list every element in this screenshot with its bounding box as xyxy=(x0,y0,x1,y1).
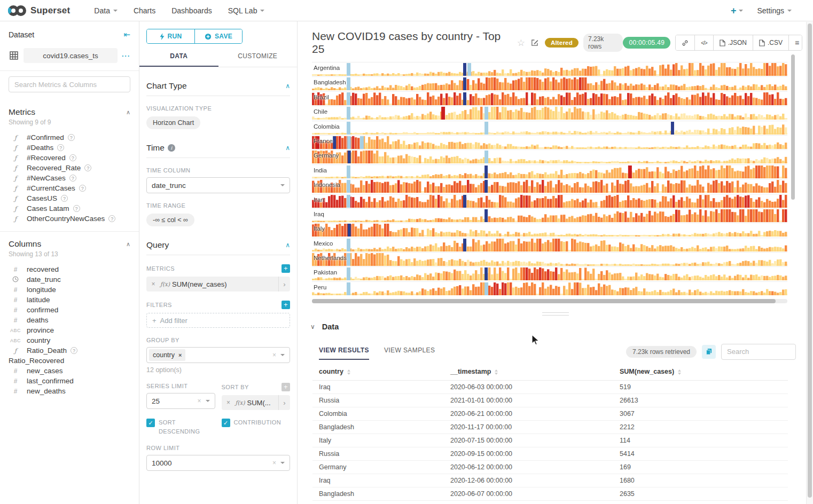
series-limit-select[interactable]: 25 × xyxy=(146,393,215,409)
horizon-row[interactable]: Italy xyxy=(312,223,787,237)
column-item[interactable]: #latitude xyxy=(9,295,130,305)
metric-item[interactable]: ƒCases Latam? xyxy=(9,203,130,214)
export-json-button[interactable]: .JSON xyxy=(713,35,753,50)
dataset-name[interactable]: covid19.cases_ts xyxy=(24,48,118,63)
column-item[interactable]: #confirmed xyxy=(9,305,130,315)
table-column-header[interactable]: __timestamp xyxy=(444,363,613,381)
table-row[interactable]: Bangladesh2020-11-17 00:00:002212 xyxy=(312,420,788,434)
chart-menu-button[interactable]: ≡ xyxy=(788,35,802,50)
save-button[interactable]: SAVE xyxy=(194,29,242,43)
sort-icon[interactable] xyxy=(347,369,350,375)
add-filter-dropzone[interactable]: + Add filter xyxy=(146,313,290,328)
horizon-row[interactable]: Peru xyxy=(312,281,787,295)
horizon-row[interactable]: Bangladesh xyxy=(312,76,787,90)
contribution-checkbox[interactable]: ✓ CONTRIBUTION xyxy=(222,418,291,436)
favorite-star-icon[interactable]: ☆ xyxy=(517,37,525,49)
export-csv-button[interactable]: .CSV xyxy=(753,35,788,50)
metric-pill[interactable]: × ƒ(x) SUM(new_cases) › xyxy=(146,277,290,292)
column-item[interactable]: #longitude xyxy=(9,285,130,295)
settings-dropdown[interactable]: Settings xyxy=(757,6,792,15)
time-column-select[interactable]: date_trunc xyxy=(146,177,290,193)
table-row[interactable]: Russia2020-09-15 00:00:005414 xyxy=(312,447,788,460)
horizon-row[interactable]: Brazil xyxy=(312,91,787,105)
group-by-select[interactable]: country × × xyxy=(146,347,290,363)
tab-customize[interactable]: CUSTOMIZE xyxy=(218,52,298,67)
table-row[interactable]: Iraq2020-06-03 00:00:00519 xyxy=(312,380,788,393)
horizon-row[interactable]: Chile xyxy=(312,106,787,120)
chevron-up-icon[interactable]: ∧ xyxy=(126,109,130,116)
dataset-more-icon[interactable]: ··· xyxy=(122,52,130,60)
chevron-up-icon[interactable]: ∧ xyxy=(285,241,290,249)
column-item[interactable]: #new_cases xyxy=(9,366,130,376)
horizon-row[interactable]: Pakistan xyxy=(312,266,787,280)
column-item[interactable]: #deaths xyxy=(9,315,130,325)
tab-view-samples[interactable]: VIEW SAMPLES xyxy=(384,346,435,360)
horizon-row[interactable]: Iraq xyxy=(312,208,787,222)
add-sort-by-button[interactable]: + xyxy=(282,383,290,391)
expand-metric-icon[interactable]: › xyxy=(278,277,290,292)
column-item[interactable]: #last_confirmed xyxy=(9,376,130,386)
horizon-row[interactable]: France xyxy=(312,135,787,149)
table-row[interactable]: Iraq2020-12-06 00:00:001680 xyxy=(312,474,788,487)
visualization-type-value[interactable]: Horizon Chart xyxy=(146,116,200,129)
results-search-input[interactable] xyxy=(721,344,796,360)
row-limit-select[interactable]: 10000 × xyxy=(146,455,290,471)
nav-item-dashboards[interactable]: Dashboards xyxy=(163,0,220,21)
sort-icon[interactable] xyxy=(678,369,681,375)
table-row[interactable]: Germany2020-06-12 00:00:00169 xyxy=(312,460,788,474)
edit-properties-icon[interactable] xyxy=(531,39,538,46)
table-column-header[interactable]: SUM(new_cases) xyxy=(613,363,788,381)
horizon-row[interactable]: India xyxy=(312,164,787,178)
column-item[interactable]: ƒRatio_Death? xyxy=(9,345,130,356)
clear-icon[interactable]: × xyxy=(272,351,276,359)
nav-item-charts[interactable]: Charts xyxy=(126,0,163,21)
table-row[interactable]: Italy2020-07-15 00:00:00114 xyxy=(312,434,788,447)
chevron-up-icon[interactable]: ∧ xyxy=(285,82,290,90)
metric-item[interactable]: ƒ#NewCases? xyxy=(9,173,130,183)
copy-data-button[interactable] xyxy=(702,345,716,359)
add-filter-button[interactable]: + xyxy=(282,301,290,309)
horizon-row[interactable]: Indonesia xyxy=(312,179,787,193)
metric-item[interactable]: ƒ#Confirmed? xyxy=(9,132,130,143)
column-item[interactable]: Ratio_Recovered xyxy=(9,356,130,366)
table-column-header[interactable]: country xyxy=(312,363,444,381)
remove-sort-icon[interactable]: × xyxy=(222,399,236,406)
metric-item[interactable]: ƒRecovered_Rate? xyxy=(9,163,130,173)
metric-item[interactable]: ƒ#CurrentCases? xyxy=(9,183,130,193)
expand-sort-icon[interactable]: › xyxy=(278,395,290,410)
column-item[interactable]: #new_deaths xyxy=(9,386,130,396)
chart-vertical-scrollbar[interactable] xyxy=(791,54,795,200)
horizon-row[interactable]: Argentina xyxy=(312,62,787,76)
sort-descending-checkbox[interactable]: ✓ SORT DESCENDING xyxy=(146,418,215,436)
table-row[interactable]: Italy2020-04-02 00:00:004668 xyxy=(312,500,788,504)
horizon-row[interactable]: Mexico xyxy=(312,238,787,251)
embed-code-button[interactable]: </> xyxy=(694,35,713,50)
clear-icon[interactable]: × xyxy=(272,459,276,467)
table-row[interactable]: Bangladesh2020-06-07 00:00:002635 xyxy=(312,487,788,500)
altered-badge[interactable]: Altered xyxy=(545,38,579,48)
column-item[interactable]: date_trunc xyxy=(9,274,130,285)
results-resize-handle[interactable] xyxy=(542,312,569,316)
nav-item-sql-lab[interactable]: SQL Lab xyxy=(220,0,273,21)
table-row[interactable]: Colombia2020-06-21 00:00:003067 xyxy=(312,407,788,420)
add-metric-button[interactable]: + xyxy=(282,264,290,273)
time-range-value[interactable]: -∞ ≤ col < ∞ xyxy=(146,214,194,226)
sort-icon[interactable] xyxy=(495,369,498,375)
collapse-panel-icon[interactable]: ⇤ xyxy=(123,30,130,40)
horizon-row[interactable]: Colombia xyxy=(312,121,787,135)
column-item[interactable]: #recovered xyxy=(9,264,130,274)
metric-item[interactable]: ƒOtherCountryNewCases? xyxy=(9,214,130,224)
horizon-row[interactable]: Netherlands xyxy=(312,252,787,266)
clear-icon[interactable]: × xyxy=(197,397,201,405)
column-item[interactable]: ABCprovince xyxy=(9,325,130,335)
remove-tag-icon[interactable]: × xyxy=(178,352,182,358)
metric-item[interactable]: ƒ#Deaths? xyxy=(9,143,130,153)
chart-horizontal-scrollbar-thumb[interactable] xyxy=(312,299,776,303)
column-item[interactable]: ABCcountry xyxy=(9,335,130,345)
tab-data[interactable]: DATA xyxy=(139,52,218,67)
tab-view-results[interactable]: VIEW RESULTS xyxy=(319,346,369,360)
chevron-up-icon[interactable]: ∧ xyxy=(126,241,130,248)
remove-metric-icon[interactable]: × xyxy=(146,280,160,288)
chevron-up-icon[interactable]: ∧ xyxy=(285,144,290,152)
horizon-row[interactable]: Iran xyxy=(312,194,787,208)
